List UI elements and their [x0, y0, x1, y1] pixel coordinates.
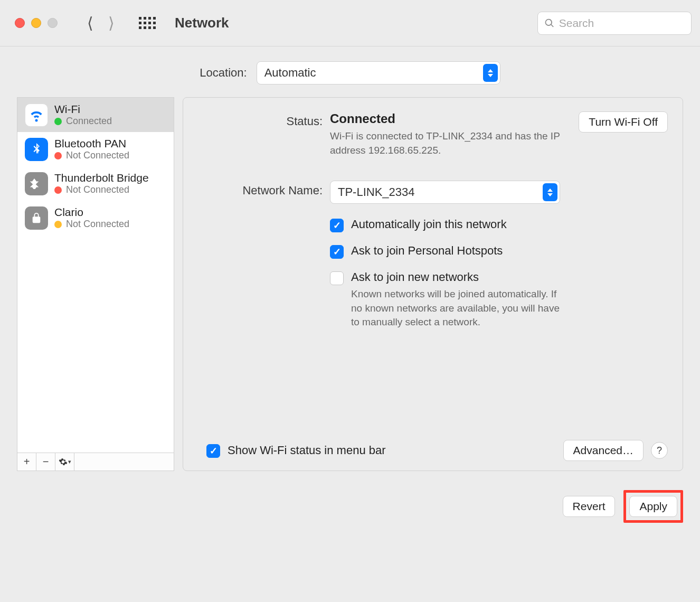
- lock-icon: [25, 206, 48, 230]
- ask-new-networks-description: Known networks will be joined automatica…: [351, 287, 567, 330]
- status-description: Wi-Fi is connected to TP-LINK_2334 and h…: [330, 129, 562, 157]
- status-dot-icon: [54, 118, 62, 125]
- thunderbolt-icon: [25, 172, 48, 195]
- show-menu-label: Show Wi-Fi status in menu bar: [228, 444, 386, 457]
- service-name: Thunderbolt Bridge: [54, 172, 149, 184]
- search-field-wrap[interactable]: [537, 12, 692, 35]
- close-window-button[interactable]: [15, 18, 25, 28]
- apply-highlight: Apply: [623, 490, 683, 523]
- show-menu-checkbox[interactable]: [206, 444, 220, 458]
- network-name-value: TP-LINK_2334: [338, 185, 415, 199]
- service-name: Clario: [54, 206, 129, 219]
- status-dot-icon: [54, 186, 62, 194]
- ask-new-networks-checkbox[interactable]: [330, 271, 344, 285]
- bluetooth-icon: [25, 138, 48, 161]
- advanced-button[interactable]: Advanced…: [563, 440, 644, 461]
- page-title: Network: [175, 15, 229, 31]
- service-clario[interactable]: Clario Not Connected: [17, 201, 174, 235]
- service-actions-button[interactable]: ▾: [55, 453, 74, 471]
- service-bluetooth-pan[interactable]: Bluetooth PAN Not Connected: [17, 132, 174, 166]
- network-name-label: Network Name:: [198, 181, 323, 204]
- status-dot-icon: [54, 221, 62, 228]
- status-value: Connected: [330, 111, 568, 126]
- minimize-window-button[interactable]: [31, 18, 41, 28]
- location-label: Location:: [200, 66, 247, 80]
- services-sidebar: Wi-Fi Connected Bluetooth PAN Not Connec…: [17, 97, 174, 471]
- forward-button[interactable]: ⟩: [108, 14, 115, 32]
- sidebar-footer-strip: [74, 453, 174, 471]
- service-status: Connected: [66, 116, 112, 127]
- wifi-icon: [25, 104, 48, 127]
- status-label: Status:: [198, 111, 323, 157]
- service-wifi[interactable]: Wi-Fi Connected: [17, 98, 174, 132]
- location-select-value: Automatic: [264, 66, 316, 80]
- ask-new-networks-label: Ask to join new networks: [351, 270, 567, 284]
- apply-button[interactable]: Apply: [629, 496, 677, 517]
- service-status: Not Connected: [66, 219, 129, 230]
- ask-hotspot-label: Ask to join Personal Hotspots: [351, 244, 503, 258]
- toolbar: ⟨ ⟩ Network: [0, 0, 700, 46]
- gear-icon: [59, 457, 68, 466]
- sidebar-footer: + − ▾: [17, 453, 174, 471]
- service-status: Not Connected: [66, 184, 129, 195]
- select-stepper-icon: [483, 64, 498, 82]
- services-list: Wi-Fi Connected Bluetooth PAN Not Connec…: [17, 98, 174, 453]
- revert-button[interactable]: Revert: [563, 496, 616, 517]
- network-name-select[interactable]: TP-LINK_2334: [330, 181, 560, 204]
- location-select[interactable]: Automatic: [257, 61, 500, 84]
- zoom-window-button[interactable]: [48, 18, 58, 28]
- service-name: Wi-Fi: [54, 103, 112, 116]
- service-thunderbolt-bridge[interactable]: Thunderbolt Bridge Not Connected: [17, 166, 174, 201]
- help-button[interactable]: ?: [651, 442, 668, 459]
- service-status: Not Connected: [66, 150, 129, 161]
- ask-hotspot-checkbox[interactable]: [330, 245, 344, 259]
- search-input[interactable]: [559, 17, 685, 30]
- show-all-icon[interactable]: [139, 17, 156, 29]
- detail-panel: Status: Connected Wi-Fi is connected to …: [183, 97, 683, 471]
- wifi-toggle-button[interactable]: Turn Wi-Fi Off: [579, 111, 668, 133]
- remove-service-button[interactable]: −: [36, 453, 55, 471]
- auto-join-label: Automatically join this network: [351, 218, 507, 231]
- select-stepper-icon: [543, 183, 557, 201]
- status-dot-icon: [54, 152, 62, 159]
- location-row: Location: Automatic: [0, 46, 700, 97]
- auto-join-checkbox[interactable]: [330, 219, 344, 232]
- search-icon: [544, 17, 555, 29]
- footer: Revert Apply: [0, 471, 700, 523]
- nav-buttons: ⟨ ⟩: [87, 14, 115, 32]
- window-controls: [15, 18, 58, 28]
- chevron-down-icon: ▾: [68, 458, 71, 465]
- add-service-button[interactable]: +: [17, 453, 36, 471]
- service-name: Bluetooth PAN: [54, 137, 129, 150]
- back-button[interactable]: ⟨: [87, 14, 93, 32]
